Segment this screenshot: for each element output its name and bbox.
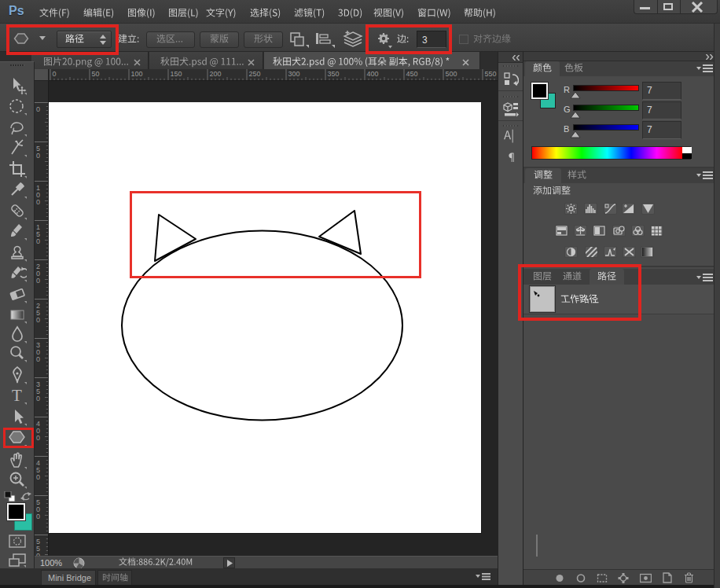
svg-text:0: 0 [36,395,40,402]
svg-text:T: T [12,386,22,405]
svg-text:100: 100 [131,70,143,78]
svg-text:0: 0 [36,152,40,160]
svg-text:450: 450 [406,70,418,78]
svg-text:0: 0 [36,277,40,285]
svg-text:0: 0 [36,355,40,363]
svg-text:150: 150 [171,70,182,78]
svg-text:0: 0 [36,105,40,113]
svg-text:400: 400 [367,70,379,78]
svg-text:250: 250 [249,70,261,78]
svg-text:500: 500 [446,70,457,78]
svg-text:300: 300 [288,70,300,78]
svg-text:550: 550 [485,70,497,78]
svg-text:200: 200 [210,70,222,78]
svg-text:50: 50 [92,70,100,78]
svg-text:350: 350 [328,70,340,78]
svg-text:0: 0 [36,434,40,442]
svg-text:0: 0 [36,237,40,245]
svg-text:0: 0 [53,70,57,78]
svg-text:0: 0 [36,316,40,324]
svg-text:0: 0 [36,198,40,206]
svg-text:0: 0 [36,473,40,481]
svg-text:0: 0 [36,513,40,520]
